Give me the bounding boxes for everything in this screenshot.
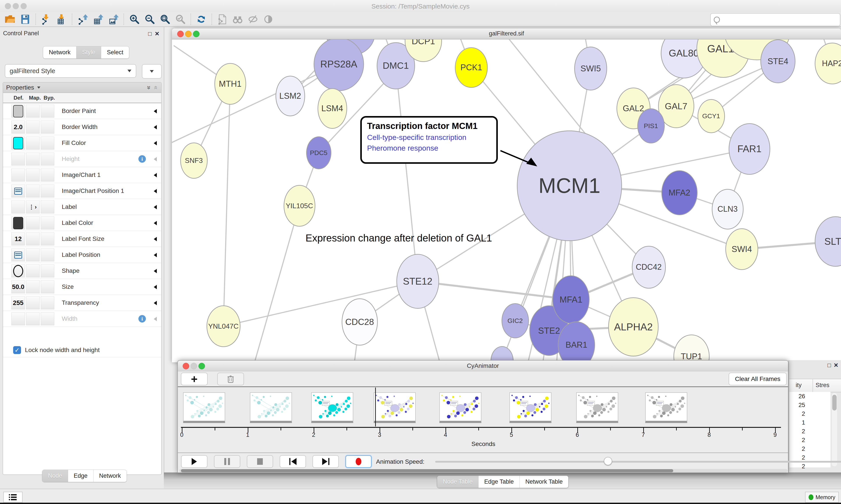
bypass-cell[interactable] [41, 265, 54, 277]
property-row-shape[interactable]: Shape [3, 263, 161, 279]
expand-row-icon[interactable] [154, 221, 157, 225]
timeline-playhead[interactable] [375, 388, 376, 427]
bypass-cell[interactable] [41, 296, 54, 309]
default-cell[interactable]: 12 [12, 233, 25, 246]
properties-header[interactable]: Properties » « [3, 83, 161, 93]
table-cell-value[interactable]: 26 [789, 392, 830, 401]
expand-row-icon[interactable] [154, 301, 157, 305]
table-body[interactable]: 26252122222 [789, 392, 830, 467]
mapping-cell[interactable] [26, 249, 40, 262]
mapping-cell[interactable] [26, 233, 40, 246]
node-lsm2[interactable]: LSM2 [275, 76, 305, 116]
property-row-image-chart-1[interactable]: Image/Chart 1 [3, 167, 161, 183]
node-mth1[interactable]: MTH1 [214, 63, 246, 105]
refresh-button[interactable] [194, 13, 209, 25]
color-swatch[interactable] [13, 105, 23, 118]
default-cell[interactable] [12, 217, 25, 230]
stop-button[interactable] [247, 455, 273, 468]
bypass-cell[interactable] [41, 249, 54, 262]
contrast-button[interactable] [261, 13, 276, 25]
export-table-button[interactable] [90, 13, 106, 25]
node-swi4[interactable]: SWI4 [726, 228, 758, 270]
property-row-label-color[interactable]: Label Color [3, 215, 161, 231]
node-gcy1[interactable]: GCY1 [698, 99, 725, 133]
clear-all-frames-button[interactable]: Clear All Frames [729, 373, 787, 385]
expand-row-icon[interactable] [154, 189, 157, 193]
node-mfa2[interactable]: MFA2 [661, 170, 698, 215]
property-row-width[interactable]: Width i [3, 311, 161, 327]
table-cell-value[interactable]: 2 [789, 453, 830, 462]
node-far1[interactable]: FAR1 [729, 123, 770, 175]
table-scrollbar[interactable] [832, 393, 837, 466]
expand-row-icon[interactable] [154, 125, 157, 129]
default-cell[interactable]: 255 [12, 296, 25, 309]
save-session-button[interactable] [18, 13, 33, 25]
frame-thumbnail-7[interactable] [576, 392, 618, 423]
annotation-box[interactable]: Transcription factor MCM1 Cell-type-spec… [360, 116, 498, 164]
record-button[interactable] [345, 455, 372, 468]
position-icon[interactable] [14, 187, 22, 195]
mapping-cell[interactable] [26, 121, 40, 133]
bypass-cell[interactable] [41, 217, 54, 230]
table-cell-value[interactable]: 2 [789, 445, 830, 453]
node-cdc42[interactable]: CDC42 [632, 246, 666, 289]
expand-row-icon[interactable] [154, 317, 157, 321]
checkbox-checked-icon[interactable]: ✓ [13, 346, 21, 354]
pause-button[interactable] [214, 455, 240, 468]
node-yil105c[interactable]: YIL105C [284, 185, 315, 227]
close-panel-icon[interactable]: ✕ [834, 362, 838, 369]
default-cell[interactable] [12, 168, 25, 181]
animation-speed-slider-thumb[interactable] [604, 457, 612, 465]
expand-row-icon[interactable] [154, 173, 157, 177]
annotation-link[interactable]: Cell-type-specific transcription [367, 133, 491, 142]
frame-thumbnail-8[interactable] [645, 392, 687, 423]
open-session-button[interactable] [2, 13, 18, 25]
zoom-out-button[interactable] [142, 13, 157, 25]
info-icon[interactable]: i [139, 155, 146, 163]
memory-button[interactable]: Memory [805, 492, 839, 503]
bypass-cell[interactable] [41, 312, 54, 325]
table-cell-value[interactable]: 2 [789, 410, 830, 418]
default-value[interactable]: 2.0 [14, 124, 22, 131]
lock-size-row[interactable]: ✓ Lock node width and height [3, 343, 161, 357]
tab-select[interactable]: Select [101, 47, 129, 58]
color-swatch[interactable] [13, 137, 23, 149]
timeline-scrollbar[interactable] [179, 469, 788, 472]
import-network-button[interactable] [38, 13, 54, 25]
mapping-cell[interactable] [26, 152, 40, 165]
node-alpha2[interactable]: ALPHA2 [608, 297, 659, 357]
tab-network-table[interactable]: Network Table [520, 476, 569, 488]
export-image-button[interactable] [106, 13, 121, 25]
show-panels-button[interactable] [3, 492, 22, 503]
style-options-button[interactable] [142, 64, 162, 78]
property-row-label-position[interactable]: Label Position [3, 247, 161, 263]
color-swatch[interactable] [13, 217, 23, 229]
next-frame-button[interactable] [312, 455, 339, 468]
frames-timeline[interactable] [178, 387, 788, 427]
float-panel-icon[interactable]: □ [148, 31, 151, 37]
expand-all-icon[interactable]: » [145, 86, 153, 90]
expand-row-icon[interactable] [154, 237, 157, 241]
bypass-cell[interactable] [41, 168, 54, 181]
search-box[interactable] [710, 13, 840, 26]
node-pis1[interactable]: PIS1 [637, 108, 665, 143]
property-row-label-font-size[interactable]: 12 Label Font Size [3, 231, 161, 247]
frame-thumbnail-4[interactable] [374, 392, 416, 423]
property-row-fill-color[interactable]: Fill Color [3, 135, 161, 151]
tab-edge-table[interactable]: Edge Table [479, 476, 520, 488]
ellipse-shape-icon[interactable] [13, 265, 23, 277]
column-header[interactable]: Stres [816, 382, 829, 389]
play-button[interactable] [181, 455, 208, 468]
bypass-cell[interactable] [41, 201, 54, 214]
mapping-cell[interactable] [26, 184, 40, 197]
zoom-selected-button[interactable] [173, 13, 188, 25]
expand-row-icon[interactable] [154, 285, 157, 289]
default-cell[interactable]: 50.0 [12, 281, 25, 293]
table-cell-value[interactable]: 1 [789, 418, 830, 427]
node-ynl047c[interactable]: YNL047C [207, 305, 240, 347]
network-snapshot-button[interactable] [215, 13, 230, 25]
property-row-height[interactable]: Height i [3, 151, 161, 167]
tab-network[interactable]: Network [43, 47, 76, 58]
property-row-image-chart-position-1[interactable]: Image/Chart Position 1 [3, 183, 161, 199]
frame-thumbnail-2[interactable] [250, 392, 292, 423]
